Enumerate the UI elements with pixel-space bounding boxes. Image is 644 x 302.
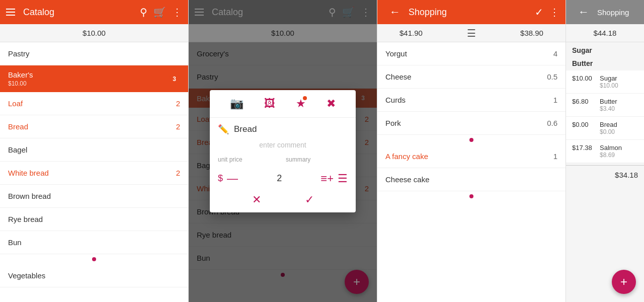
list-item-bagel[interactable]: Bagel <box>0 138 188 162</box>
summary-row-sugar: $10.00 Sugar $10.00 <box>566 70 644 94</box>
more-icon-3[interactable]: ⋮ <box>549 6 559 18</box>
dialog-price-labels: unit price summary <box>210 154 356 168</box>
header-catalog-1: Catalog ⚲ 🛒 ⋮ <box>0 0 188 24</box>
summary-row-butter: $6.80 Butter $3.40 <box>566 94 644 117</box>
list-item-vegetables[interactable]: Vegetables <box>0 264 188 287</box>
list-item-bread[interactable]: Bread 2 <box>0 115 188 138</box>
budget-bar-3: $41.90 ☰ $38.90 <box>377 24 566 42</box>
image-icon-btn[interactable]: 🖼 <box>264 97 275 110</box>
add-note-btn[interactable]: ≡+ <box>320 172 334 185</box>
dialog-comment: enter comment <box>210 139 356 154</box>
header-shopping: ← Shopping ✓ ⋮ <box>377 0 566 24</box>
shop-item-cheese[interactable]: Cheese 0.5 <box>377 65 566 89</box>
summary-title: Shopping <box>597 8 638 17</box>
back-icon[interactable]: ← <box>389 6 400 19</box>
cart-icon-1[interactable]: 🛒 <box>153 6 166 18</box>
shop-item-pork[interactable]: Pork 0.6 <box>377 112 566 135</box>
scroll-indicator-3b <box>377 191 566 201</box>
bread-dialog: 📷 🖼 ★ ✖ ✏️ Bread enter comment unit pric… <box>210 90 356 212</box>
camera-icon-btn[interactable]: 📷 <box>230 97 244 110</box>
shop-item-fancy-cake[interactable]: A fancy cake 1 <box>377 145 566 168</box>
summary-row-bread: $0.00 Bread $0.00 <box>566 117 644 140</box>
shopping-title: Shopping <box>409 7 529 18</box>
dialog-icon-row: 📷 🖼 ★ ✖ <box>210 90 356 118</box>
panel-summary: ← Shopping $44.18 Sugar Butter $10.00 Su… <box>566 0 644 302</box>
dialog-actions: ✕ ✓ <box>210 189 356 208</box>
bakers-header[interactable]: Baker's $10.00 3 <box>0 65 188 92</box>
dollar-icon: $ <box>218 173 223 184</box>
list-item-loaf[interactable]: Loaf 2 <box>0 92 188 115</box>
list-item-white-bread[interactable]: White bread 2 <box>0 162 188 185</box>
catalog-title-1: Catalog <box>23 7 134 18</box>
catalog-list-1: Pastry Baker's $10.00 3 Loaf 2 Bread 2 B… <box>0 42 188 302</box>
list-view-icon[interactable]: ☰ <box>467 27 476 39</box>
hamburger-icon[interactable] <box>6 9 15 16</box>
qty-decrease-btn[interactable]: — <box>227 172 238 185</box>
list-item-pastry[interactable]: Pastry <box>0 42 188 65</box>
search-icon-1[interactable]: ⚲ <box>140 6 147 18</box>
list-item-bun[interactable]: Bun <box>0 231 188 254</box>
panel-catalog-left: Catalog ⚲ 🛒 ⋮ $10.00 Pastry Baker's $10.… <box>0 0 189 302</box>
summary-cat-sugar: Sugar <box>566 42 644 55</box>
dialog-bread-title: Bread <box>234 124 257 134</box>
check-icon[interactable]: ✓ <box>535 6 543 18</box>
shopping-list: Yorgut 4 Cheese 0.5 Curds 1 Pork 0.6 A f… <box>377 42 566 302</box>
summary-cat-butter: Butter <box>566 55 644 68</box>
summary-list: Sugar Butter $10.00 Sugar $10.00 $6.80 B… <box>566 42 644 302</box>
note-btn[interactable]: ☰ <box>338 172 348 185</box>
scroll-indicator-1 <box>0 254 188 264</box>
back-icon-2[interactable]: ← <box>578 6 589 19</box>
dialog-confirm-btn[interactable]: ✓ <box>305 193 314 206</box>
amount-1: $41.90 <box>399 29 423 37</box>
panel-catalog-dialog: Catalog ⚲ 🛒 ⋮ $10.00 Grocery's Pastry Ba… <box>189 0 377 302</box>
amount-2: $38.90 <box>520 29 543 37</box>
dialog-cancel-btn[interactable]: ✕ <box>252 193 261 206</box>
summary-row-salmon: $17.38 Salmon $8.69 <box>566 140 644 163</box>
dialog-overlay[interactable]: 📷 🖼 ★ ✖ ✏️ Bread enter comment unit pric… <box>189 0 377 302</box>
dialog-qty-row: $ — 2 ≡+ ☰ <box>210 168 356 189</box>
bookmark-icon-btn[interactable]: ★ <box>296 97 306 110</box>
dialog-title-row: ✏️ Bread <box>210 118 356 139</box>
budget-bar-4: $44.18 <box>566 24 644 42</box>
header-summary: ← Shopping <box>566 0 644 24</box>
panel-shopping: ← Shopping ✓ ⋮ $41.90 ☰ $38.90 Yorgut 4 … <box>377 0 566 302</box>
list-item-brown-bread[interactable]: Brown bread <box>0 185 188 208</box>
more-icon-1[interactable]: ⋮ <box>172 6 182 18</box>
pencil-icon: ✏️ <box>218 124 229 135</box>
shop-item-curds[interactable]: Curds 1 <box>377 89 566 112</box>
bakers-badge: 3 <box>169 74 180 84</box>
summary-total: $34.18 <box>566 165 644 184</box>
shop-item-yorgut[interactable]: Yorgut 4 <box>377 42 566 65</box>
list-item-rye-bread[interactable]: Rye bread <box>0 208 188 231</box>
shop-item-cheese-cake[interactable]: Cheese cake <box>377 168 566 191</box>
budget-bar-1: $10.00 <box>0 24 188 42</box>
scroll-indicator-3 <box>377 135 566 145</box>
qty-value: 2 <box>242 173 316 184</box>
delete-icon-btn[interactable]: ✖ <box>327 97 336 110</box>
